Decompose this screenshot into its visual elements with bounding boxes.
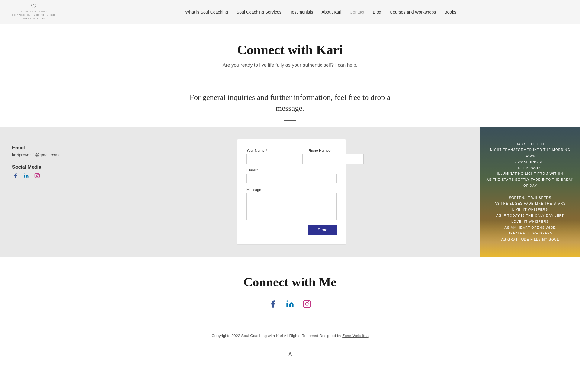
footer-facebook-icon[interactable] bbox=[268, 298, 279, 309]
phone-field-group: Phone Number bbox=[308, 148, 364, 164]
logo-tagline: SOUL COACHING CONNECTING YOU TO YOUR INN… bbox=[12, 10, 55, 21]
footer-linkedin-icon[interactable] bbox=[285, 298, 295, 309]
svg-point-2 bbox=[36, 175, 38, 177]
nav-item-soul-coaching-services[interactable]: Soul Coaching Services bbox=[237, 9, 282, 15]
svg-point-7 bbox=[309, 302, 309, 302]
email-value: kariprevost1@gmail.com bbox=[12, 152, 91, 157]
message-input[interactable] bbox=[246, 193, 337, 220]
inquiry-text: For general inquiries and further inform… bbox=[184, 92, 396, 114]
svg-rect-5 bbox=[303, 300, 310, 307]
nav-item-about-kari[interactable]: About Kari bbox=[321, 9, 341, 15]
contact-form-card: Your Name * Phone Number Email * Message… bbox=[237, 139, 346, 245]
nav-item-contact[interactable]: Contact bbox=[350, 9, 364, 15]
svg-point-6 bbox=[305, 302, 308, 305]
scroll-up-button[interactable]: ∧ bbox=[288, 350, 292, 357]
footer: Copyrights 2022 Soul Coaching with Kari … bbox=[0, 330, 580, 347]
navigation: ♡ SOUL COACHING CONNECTING YOU TO YOUR I… bbox=[0, 0, 580, 24]
svg-point-4 bbox=[286, 300, 288, 302]
email-label: Email * bbox=[246, 168, 337, 172]
name-label: Your Name * bbox=[246, 148, 303, 153]
nav-item-blog[interactable]: Blog bbox=[373, 9, 381, 15]
social-media-icons bbox=[12, 172, 91, 179]
copyright-text: Copyrights 2022 Soul Coaching with Kari … bbox=[211, 333, 342, 338]
inquiry-section: For general inquiries and further inform… bbox=[0, 80, 580, 127]
nav-item-courses-workshops[interactable]: Courses and Workshops bbox=[390, 9, 436, 15]
form-actions: Send bbox=[246, 221, 337, 235]
phone-label: Phone Number bbox=[308, 148, 364, 153]
poem-image: DARK TO LIGHTNIGHT TRANSFORMED INTO THE … bbox=[480, 127, 580, 257]
connect-title: Connect with Me bbox=[6, 275, 574, 289]
facebook-icon[interactable] bbox=[12, 172, 19, 179]
name-input[interactable] bbox=[246, 154, 303, 164]
svg-rect-1 bbox=[35, 173, 40, 178]
linkedin-icon[interactable] bbox=[23, 172, 30, 179]
hero-subtitle: Are you ready to live life fully as your… bbox=[6, 62, 574, 68]
hero-section: Connect with Kari Are you ready to live … bbox=[0, 24, 580, 80]
email-input[interactable] bbox=[246, 174, 337, 183]
instagram-icon[interactable] bbox=[34, 172, 40, 179]
footer-instagram-icon[interactable] bbox=[301, 298, 312, 309]
designer-link[interactable]: Zone Websites bbox=[342, 333, 368, 338]
phone-input[interactable] bbox=[308, 154, 364, 164]
name-phone-row: Your Name * Phone Number bbox=[246, 148, 337, 164]
social-media-label: Social Media bbox=[12, 164, 91, 170]
email-label: Email bbox=[12, 145, 91, 151]
logo[interactable]: ♡ SOUL COACHING CONNECTING YOU TO YOUR I… bbox=[12, 3, 55, 21]
email-field-group: Email * bbox=[246, 168, 337, 183]
contact-info: Email kariprevost1@gmail.com Social Medi… bbox=[0, 127, 103, 257]
scroll-up-area: ∧ bbox=[0, 347, 580, 360]
name-field-group: Your Name * bbox=[246, 148, 303, 164]
logo-heart-icon: ♡ bbox=[31, 3, 37, 10]
nav-item-testimonials[interactable]: Testimonials bbox=[290, 9, 313, 15]
connect-section: Connect with Me bbox=[0, 257, 580, 330]
nav-item-what-is-soul-coaching[interactable]: What is Soul Coaching bbox=[185, 9, 228, 15]
poem-text: DARK TO LIGHTNIGHT TRANSFORMED INTO THE … bbox=[486, 141, 574, 243]
svg-point-0 bbox=[24, 173, 25, 174]
nav-item-books[interactable]: Books bbox=[444, 9, 456, 15]
nav-links: What is Soul Coaching Soul Coaching Serv… bbox=[73, 9, 568, 15]
send-button[interactable]: Send bbox=[308, 225, 337, 235]
svg-point-3 bbox=[38, 174, 39, 174]
footer-social-icons bbox=[6, 298, 574, 309]
message-field-group: Message bbox=[246, 188, 337, 220]
contact-section: Email kariprevost1@gmail.com Social Medi… bbox=[0, 127, 580, 257]
message-label: Message bbox=[246, 188, 337, 192]
contact-form-area: Your Name * Phone Number Email * Message… bbox=[103, 127, 480, 257]
section-divider bbox=[284, 120, 296, 121]
page-title: Connect with Kari bbox=[6, 42, 574, 58]
